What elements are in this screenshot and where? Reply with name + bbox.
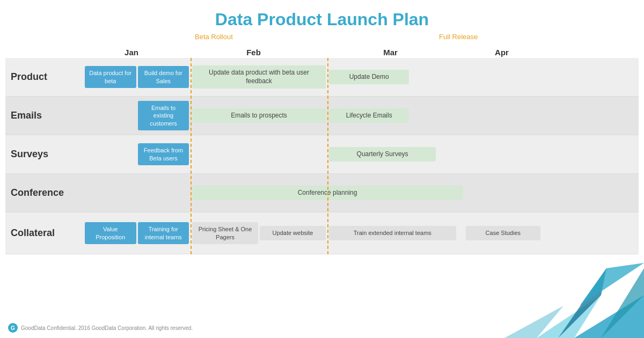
task-collateral-jan1: Value Proposition bbox=[85, 222, 136, 244]
emails-label: Emails bbox=[5, 97, 83, 135]
row-product: Product Data product for beta Build demo… bbox=[5, 58, 639, 97]
task-product-jan2: Build demo for Sales bbox=[138, 66, 189, 88]
task-collateral-mar: Train extended internal teams bbox=[329, 226, 456, 240]
footer: G GoodData Confidential. 2016 GoodData C… bbox=[8, 323, 193, 333]
gooddata-logo: G bbox=[8, 323, 18, 333]
task-emails-mar: Lifecycle Emails bbox=[329, 108, 409, 123]
full-release-label: Full Release bbox=[439, 33, 478, 41]
month-feb: Feb bbox=[185, 48, 322, 57]
task-emails-feb: Emails to prospects bbox=[192, 108, 326, 123]
gantt-chart: Product Data product for beta Build demo… bbox=[5, 58, 639, 254]
surveys-label: Surveys bbox=[5, 135, 83, 173]
task-collateral-apr: Case Studies bbox=[466, 226, 540, 240]
task-surveys-jan: Feedback from Beta users bbox=[138, 143, 189, 165]
task-product-jan1: Data product for beta bbox=[85, 66, 136, 88]
month-mar: Mar bbox=[322, 48, 459, 57]
row-collateral: Collateral Value Proposition Training fo… bbox=[5, 212, 639, 254]
conference-label: Conference bbox=[5, 174, 83, 212]
month-jan: Jan bbox=[78, 48, 185, 57]
task-conference-febmar: Conference planning bbox=[192, 186, 463, 201]
task-emails-jan: Emails to existing customers bbox=[138, 101, 189, 130]
task-product-mar: Update Demo bbox=[329, 70, 409, 85]
task-product-feb: Update data product with beta user feedb… bbox=[192, 65, 326, 89]
page-title: Data Product Launch Plan bbox=[0, 0, 644, 33]
row-surveys: Surveys Feedback from Beta users Quarter… bbox=[5, 135, 639, 174]
task-collateral-feb2: Update website bbox=[260, 226, 326, 240]
task-collateral-feb1: Pricing Sheet & One Pagers bbox=[192, 222, 258, 244]
task-collateral-jan2: Training for internal teams bbox=[138, 222, 189, 244]
task-surveys-mar: Quarterly Surveys bbox=[329, 147, 436, 162]
collateral-label: Collateral bbox=[5, 212, 83, 254]
month-apr: Apr bbox=[459, 48, 545, 57]
row-emails: Emails Emails to existing customers Emai… bbox=[5, 97, 639, 135]
row-conference: Conference Conference planning bbox=[5, 174, 639, 212]
product-label: Product bbox=[5, 58, 83, 96]
beta-rollout-label: Beta Rollout bbox=[195, 33, 233, 41]
decorative-triangles bbox=[494, 263, 644, 338]
footer-text: GoodData Confidential. 2016 GoodData Cor… bbox=[21, 325, 193, 331]
